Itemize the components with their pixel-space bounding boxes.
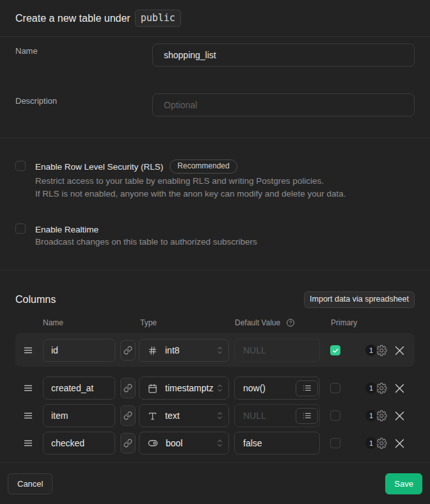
column-name-input[interactable] xyxy=(43,377,115,400)
name-field-row: Name xyxy=(15,44,415,67)
primary-checkbox[interactable] xyxy=(330,411,340,421)
foreign-key-button[interactable] xyxy=(120,433,136,453)
text-icon xyxy=(148,411,157,421)
remove-column-button[interactable] xyxy=(395,384,404,393)
column-type-select[interactable]: text xyxy=(139,404,229,427)
column-type-select[interactable]: int8 xyxy=(139,339,229,362)
primary-checkbox[interactable] xyxy=(330,345,340,355)
columns-section: Columns Import data via spreadsheet Name… xyxy=(0,270,430,462)
import-data-button[interactable]: Import data via spreadsheet xyxy=(304,291,415,308)
table-name-input[interactable] xyxy=(152,44,415,67)
recommended-badge: Recommended xyxy=(170,159,237,174)
drag-handle-icon[interactable] xyxy=(24,384,33,393)
column-row-item: text NULL 1 xyxy=(15,404,415,427)
column-row-checked: bool false 1 xyxy=(15,432,415,455)
drag-handle-icon[interactable] xyxy=(24,439,33,448)
remove-column-button[interactable] xyxy=(395,439,404,448)
hash-icon xyxy=(148,346,157,355)
cancel-button[interactable]: Cancel xyxy=(8,473,52,494)
column-row-id: int8 NULL 1 xyxy=(15,339,415,362)
chevron-updown-icon xyxy=(217,411,223,420)
realtime-row: Enable Realtime Broadcast changes on thi… xyxy=(15,223,415,248)
column-name-input[interactable] xyxy=(43,404,115,427)
primary-checkbox[interactable] xyxy=(330,383,340,393)
create-table-dialog: Create a new table under public Name Des… xyxy=(0,0,430,504)
column-name-input[interactable] xyxy=(43,339,115,362)
column-name-input[interactable] xyxy=(43,432,115,455)
rls-label: Enable Row Level Security (RLS) xyxy=(35,162,163,172)
settings-count-badge: 1 xyxy=(365,345,377,356)
settings-count-badge: 1 xyxy=(365,382,377,394)
schema-badge: public xyxy=(135,10,181,27)
gear-icon xyxy=(376,382,388,394)
column-settings-button[interactable]: 1 xyxy=(365,345,387,357)
default-value-input[interactable]: NULL xyxy=(234,339,320,362)
chevron-updown-icon xyxy=(217,439,223,448)
column-settings-button[interactable]: 1 xyxy=(365,382,387,394)
column-settings-button[interactable]: 1 xyxy=(365,437,387,450)
drag-handle-icon[interactable] xyxy=(24,346,33,355)
rls-description: Restrict access to your table by enablin… xyxy=(35,175,346,200)
chevron-updown-icon xyxy=(217,346,223,355)
header-primary: Primary xyxy=(331,319,357,327)
realtime-checkbox[interactable] xyxy=(15,224,26,234)
column-settings-button[interactable]: 1 xyxy=(365,410,387,422)
column-type-select[interactable]: bool xyxy=(139,432,229,455)
help-circle-icon[interactable] xyxy=(286,318,295,327)
foreign-key-button[interactable] xyxy=(120,340,136,361)
gear-icon xyxy=(376,410,388,422)
table-options-section: Enable Row Level Security (RLS) Recommen… xyxy=(0,138,430,270)
name-label: Name xyxy=(15,44,152,67)
rls-checkbox[interactable] xyxy=(15,161,26,171)
default-value-input[interactable]: now() xyxy=(234,377,320,400)
settings-count-badge: 1 xyxy=(365,437,377,449)
foreign-key-button[interactable] xyxy=(120,378,136,398)
column-type-select[interactable]: timestamptz xyxy=(139,377,229,400)
rls-row: Enable Row Level Security (RLS) Recommen… xyxy=(15,160,415,200)
gear-icon xyxy=(376,345,388,357)
default-value-input[interactable]: NULL xyxy=(234,404,320,427)
suggestions-button[interactable] xyxy=(296,380,318,396)
header-name: Name xyxy=(43,319,140,327)
primary-checkbox[interactable] xyxy=(330,438,340,448)
remove-column-button[interactable] xyxy=(395,346,404,355)
table-description-input[interactable] xyxy=(152,93,415,117)
description-label: Description xyxy=(15,93,152,117)
calendar-icon xyxy=(148,384,157,393)
realtime-description: Broadcast changes on this table to autho… xyxy=(35,236,257,248)
primary-row-panel: int8 NULL 1 xyxy=(15,333,415,367)
suggestions-button[interactable] xyxy=(296,408,318,424)
columns-title: Columns xyxy=(15,294,56,305)
dialog-footer: Cancel Save xyxy=(0,462,430,504)
description-field-row: Description xyxy=(15,93,415,117)
toggle-icon xyxy=(148,438,158,448)
header-default-value: Default Value xyxy=(235,319,280,327)
chevron-updown-icon xyxy=(217,384,223,393)
column-row-created-at: timestamptz now() 1 xyxy=(15,377,415,400)
settings-count-badge: 1 xyxy=(365,410,377,421)
foreign-key-button[interactable] xyxy=(120,405,136,426)
default-value-input[interactable]: false xyxy=(234,432,320,455)
header-type: Type xyxy=(140,319,235,327)
remove-column-button[interactable] xyxy=(395,411,404,421)
dialog-title: Create a new table under xyxy=(15,13,131,24)
gear-icon xyxy=(376,437,388,450)
columns-header-row: Name Type Default Value Primary xyxy=(15,319,415,327)
save-button[interactable]: Save xyxy=(385,473,422,494)
dialog-header: Create a new table under public xyxy=(0,0,430,37)
realtime-label: Enable Realtime xyxy=(35,225,99,234)
table-info-section: Name Description xyxy=(0,37,430,138)
drag-handle-icon[interactable] xyxy=(24,411,33,420)
